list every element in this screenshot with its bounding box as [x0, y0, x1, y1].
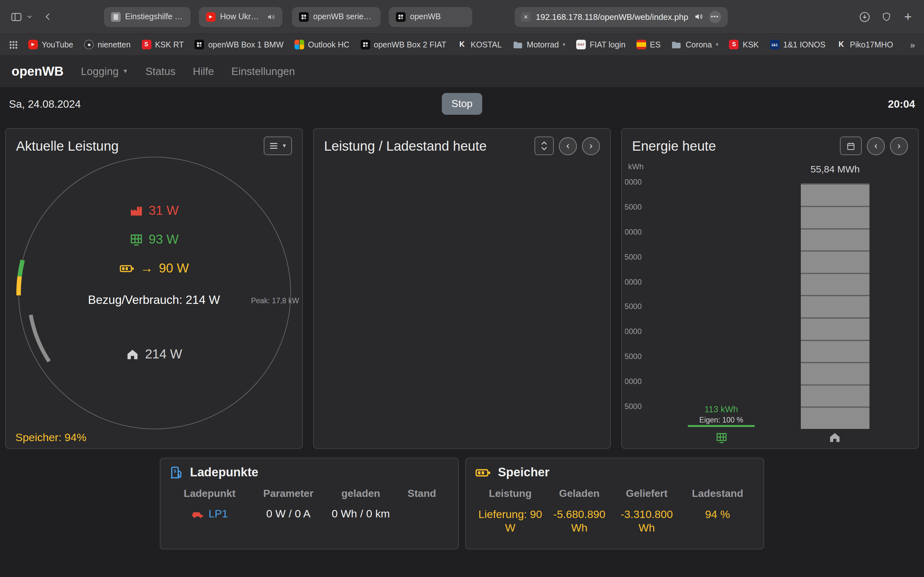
y-tick: 40000 [625, 220, 642, 245]
bookmark-openwb-box1[interactable]: openWB Box 1 BMW [195, 40, 284, 49]
y-tick: 35000 [625, 245, 642, 269]
card-speicher: Speicher Leistung Geladen Geliefert Lade… [465, 458, 764, 550]
bookmark-label: 1&1 IONOS [783, 40, 825, 49]
calendar-button[interactable] [840, 137, 862, 155]
bookmark-ionos[interactable]: 1&1 IONOS [770, 40, 825, 49]
y-tick: 10000 [625, 369, 642, 394]
audio-playing-icon[interactable] [266, 12, 275, 21]
tab-label: openWB [410, 12, 441, 21]
pv-energy-bar [688, 425, 754, 427]
apps-grid-icon[interactable] [9, 40, 17, 49]
nav-logging[interactable]: Logging▼ [81, 65, 128, 77]
speicher-soc-label: Speicher: 94% [15, 432, 86, 444]
brand-openwb[interactable]: openWB [11, 64, 63, 79]
gauge-arc-battery [19, 276, 19, 295]
leistung-cell: Lieferung: 90 W [475, 508, 545, 535]
kostal-favicon [837, 40, 846, 49]
factory-icon [129, 205, 143, 217]
address-bar[interactable]: 192.168.178.118/openWB/web/index.php ••• [515, 7, 727, 27]
new-tab-icon[interactable]: + [900, 8, 916, 25]
battery-discharge-icon [119, 263, 134, 274]
chevron-down-icon: ▾ [563, 42, 565, 47]
folder-icon [513, 40, 523, 49]
bookmark-folder-corona[interactable]: Corona▾ [672, 40, 718, 49]
evu-power-row: 31 W [6, 203, 302, 218]
openwb-favicon [195, 40, 204, 49]
cards-row: Aktuelle Leistung ▼ 31 W [5, 128, 919, 449]
date-label: Sa, 24.08.2024 [9, 98, 81, 110]
card-title: Energie heute [632, 138, 716, 153]
bookmark-ksk-rt[interactable]: KSK RT [142, 40, 184, 49]
bookmark-ksk[interactable]: KSK [729, 40, 759, 49]
nav-status[interactable]: Status [145, 65, 176, 77]
tab-label: Einstiegshilfe op... [125, 12, 184, 21]
vehicle-icon [191, 509, 204, 519]
y-tick: 45000 [625, 195, 642, 220]
sparkasse-favicon [729, 40, 739, 49]
audio-icon[interactable] [693, 11, 704, 22]
ladepunkt-cell[interactable]: LP1 [170, 508, 250, 521]
tab-openwb[interactable]: openWB [389, 7, 472, 27]
peak-label: Peak: 17,8 kW [251, 297, 299, 305]
next-period-button[interactable]: › [890, 137, 908, 155]
bookmark-label: nienetten [97, 40, 131, 49]
url-text: 192.168.178.118/openWB/web/index.php [536, 12, 688, 21]
prev-day-button[interactable]: ‹ [559, 137, 577, 155]
nav-einstellungen[interactable]: Einstellungen [231, 65, 295, 77]
col-header: geladen [327, 488, 394, 500]
card-energie-heute: Energie heute ‹ › kWh 50000 45000 40000 … [621, 128, 919, 449]
nav-hilfe[interactable]: Hilfe [193, 65, 214, 77]
range-toggle-button[interactable] [535, 137, 554, 155]
back-icon[interactable] [40, 8, 57, 25]
tab-einstiegshilfe[interactable]: Einstiegshilfe op... [104, 7, 191, 27]
bookmark-fiat-login[interactable]: FIAT login [576, 40, 626, 49]
browser-tab-bar: Einstiegshilfe op... How Ukraine... open… [0, 0, 924, 33]
tab-openwb-series2[interactable]: openWB series2... [292, 7, 381, 27]
chart-area-empty [314, 155, 610, 431]
openwb-navbar: openWB Logging▼ Status Hilfe Einstellung… [0, 55, 924, 87]
privacy-shield-icon[interactable] [878, 8, 895, 25]
bookmark-label: KOSTAL [471, 40, 502, 49]
tab-youtube[interactable]: How Ukraine... [199, 7, 282, 27]
sort-icon [540, 141, 548, 151]
speicher-table: Leistung Geladen Geliefert Ladestand Lie… [475, 488, 754, 535]
card-title: Ladepunkte [190, 466, 258, 480]
bookmark-nienetten[interactable]: nienetten [84, 40, 131, 49]
tab-label: openWB series2... [313, 12, 373, 21]
bookmark-piko[interactable]: Piko17MHO [837, 40, 893, 49]
folder-icon [672, 40, 682, 49]
geladen-cell: -5.680.890 Wh [548, 508, 612, 535]
youtube-favicon [206, 12, 216, 21]
bookmark-youtube[interactable]: YouTube [28, 40, 73, 49]
bookmark-label: FIAT login [590, 40, 626, 49]
bookmark-folder-motorrad[interactable]: Motorrad▾ [513, 40, 565, 49]
house-value: 214 W [145, 347, 182, 362]
prev-period-button[interactable]: ‹ [867, 137, 885, 155]
house-icon [126, 348, 139, 360]
house-bar-total: 55,84 MWh [801, 163, 869, 174]
geladen-cell: 0 Wh / 0 km [327, 508, 394, 521]
chevron-down-icon[interactable] [24, 8, 35, 25]
bookmark-kostal[interactable]: KOSTAL [457, 40, 502, 49]
more-options-icon[interactable]: ••• [709, 11, 721, 23]
col-header: Parameter [250, 488, 327, 500]
downloads-icon[interactable] [856, 8, 873, 25]
col-header: Ladepunkt [170, 488, 250, 500]
house-energy-bar [801, 183, 869, 429]
stop-button[interactable]: Stop [442, 93, 482, 115]
close-favicon-icon[interactable] [521, 12, 531, 21]
y-tick: 15000 [625, 344, 642, 369]
bookmark-es[interactable]: ES [636, 40, 661, 49]
sidebar-toggle-icon[interactable] [8, 8, 24, 25]
bookmark-outlook[interactable]: Outlook HC [294, 40, 349, 49]
next-day-button[interactable]: › [582, 137, 600, 155]
calendar-icon [846, 141, 855, 150]
y-axis-ticks: 50000 45000 40000 35000 30000 25000 2000… [625, 170, 642, 419]
bookmarks-overflow-icon[interactable]: » [910, 39, 915, 50]
bookmark-openwb-box2[interactable]: openWB Box 2 FIAT [360, 40, 446, 49]
ionos-favicon [770, 40, 779, 49]
bookmark-label: Corona [686, 40, 712, 49]
stand-cell [395, 508, 449, 521]
safari-window: Einstiegshilfe op... How Ukraine... open… [0, 0, 924, 577]
solar-grid-icon [716, 432, 728, 443]
